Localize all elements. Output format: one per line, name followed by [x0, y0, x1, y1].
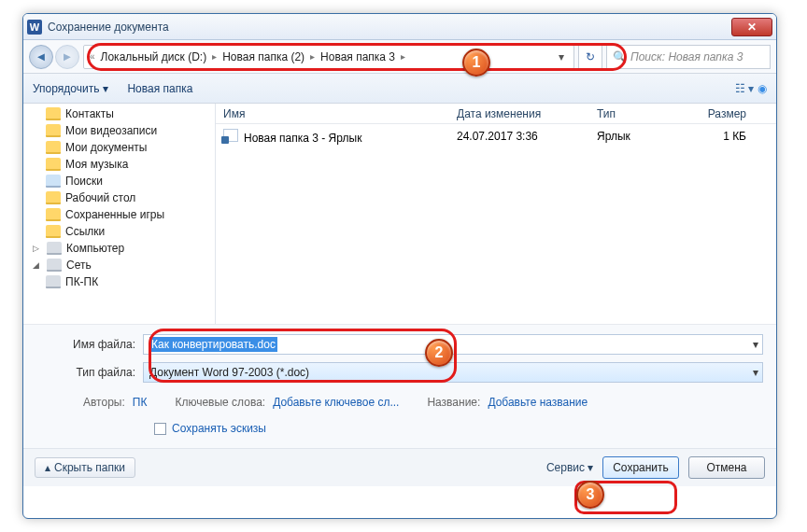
back-button[interactable]: ◄	[29, 45, 53, 69]
search-placeholder: Поиск: Новая папка 3	[630, 50, 743, 63]
sidebar-item[interactable]: Сохраненные игры	[23, 206, 215, 223]
search-input[interactable]: 🔍 Поиск: Новая папка 3	[606, 45, 771, 69]
filename-label: Имя файла:	[36, 338, 143, 351]
bottom-panel: Имя файла: Как конвертировать.doc ▾ Тип …	[23, 324, 776, 448]
computer-icon	[46, 275, 61, 288]
sidebar-item[interactable]: ПК-ПК	[23, 273, 215, 290]
col-name[interactable]: Имя	[216, 107, 449, 120]
close-button[interactable]: ✕	[731, 18, 772, 36]
folder-icon	[46, 208, 61, 221]
chevron-up-icon: ▴	[45, 461, 50, 474]
save-dialog: W Сохранение документа ✕ ◄ ► « Локальный…	[22, 13, 777, 519]
title-label: Название:	[427, 396, 480, 409]
chevron-down-icon[interactable]: ▾	[753, 366, 758, 379]
filetype-label: Тип файла:	[36, 366, 143, 379]
cancel-button[interactable]: Отмена	[688, 456, 765, 479]
search-icon: 🔍	[613, 50, 627, 63]
keywords-value[interactable]: Добавьте ключевое сл...	[273, 396, 399, 409]
filetype-select[interactable]: Документ Word 97-2003 (*.doc) ▾	[143, 362, 763, 383]
sidebar: Контакты Мои видеозаписи Мои документы М…	[23, 104, 216, 324]
folder-icon	[46, 158, 61, 171]
file-list: Имя Дата изменения Тип Размер Новая папк…	[216, 104, 776, 324]
address-dropdown[interactable]: ▾	[553, 50, 570, 63]
column-headers: Имя Дата изменения Тип Размер	[216, 104, 776, 124]
chevron-right-icon: ▸	[399, 51, 407, 62]
annotation-badge-2: 2	[425, 339, 453, 367]
sidebar-item[interactable]: Контакты	[23, 105, 215, 122]
help-button[interactable]: ◉	[757, 82, 767, 95]
folder-icon	[46, 141, 61, 154]
sidebar-item[interactable]: Мои документы	[23, 139, 215, 156]
keywords-label: Ключевые слова:	[175, 396, 265, 409]
navigation-row: ◄ ► « Локальный диск (D:) ▸ Новая папка …	[23, 40, 776, 74]
footer: ▴Скрыть папки Сервис▾ Сохранить Отмена	[23, 448, 776, 486]
chevron-down-icon: ▾	[588, 461, 593, 474]
annotation-badge-3: 3	[576, 481, 604, 509]
sidebar-item[interactable]: Поиски	[23, 173, 215, 189]
col-type[interactable]: Тип	[589, 107, 683, 120]
word-app-icon: W	[27, 20, 42, 35]
computer-icon	[47, 242, 62, 255]
breadcrumb[interactable]: Новая папка 3	[317, 50, 399, 63]
filename-value: Как конвертировать.doc	[149, 337, 277, 352]
close-icon: ✕	[747, 21, 757, 34]
breadcrumb[interactable]: Локальный диск (D:)	[97, 50, 211, 63]
thumbnails-checkbox[interactable]	[154, 423, 166, 435]
thumbnails-label: Сохранять эскизы	[172, 422, 266, 435]
expand-icon[interactable]: ▷	[33, 244, 42, 253]
folder-icon	[46, 191, 61, 204]
chevron-down-icon: ▾	[103, 82, 108, 95]
breadcrumb[interactable]: Новая папка (2)	[219, 50, 308, 63]
chevron-down-icon[interactable]: ▾	[753, 338, 758, 351]
window-title: Сохранение документа	[48, 21, 169, 34]
sidebar-item-computer[interactable]: ▷Компьютер	[23, 240, 215, 257]
title-value[interactable]: Добавьте название	[488, 396, 588, 409]
chevron-right-icon: ▸	[308, 51, 317, 62]
filename-input[interactable]: Как конвертировать.doc ▾	[143, 334, 763, 355]
search-folder-icon	[46, 175, 61, 188]
titlebar: W Сохранение документа ✕	[23, 14, 776, 40]
address-bar[interactable]: « Локальный диск (D:) ▸ Новая папка (2) …	[83, 45, 574, 69]
sidebar-item[interactable]: Мои видеозаписи	[23, 122, 215, 139]
save-button[interactable]: Сохранить	[602, 456, 679, 479]
authors-label: Авторы:	[83, 396, 125, 409]
chevron-left-icon: «	[88, 51, 97, 62]
toolbar: Упорядочить▾ Новая папка ☷ ▾ ◉	[23, 74, 776, 104]
network-icon	[47, 259, 62, 272]
col-size[interactable]: Размер	[683, 107, 754, 120]
chevron-right-icon: ▸	[210, 51, 219, 62]
annotation-badge-1: 1	[462, 49, 490, 77]
sidebar-item[interactable]: Рабочий стол	[23, 189, 215, 206]
sidebar-item[interactable]: Ссылки	[23, 223, 215, 240]
organize-menu[interactable]: Упорядочить▾	[33, 82, 108, 95]
view-mode-button[interactable]: ☷ ▾	[735, 82, 754, 95]
filetype-value: Документ Word 97-2003 (*.doc)	[149, 366, 309, 379]
folder-icon	[46, 124, 61, 137]
collapse-icon[interactable]: ◢	[33, 260, 42, 270]
hide-folders-button[interactable]: ▴Скрыть папки	[35, 457, 135, 478]
content-area: Контакты Мои видеозаписи Мои документы М…	[23, 104, 776, 324]
folder-icon	[46, 107, 61, 120]
new-folder-button[interactable]: Новая папка	[127, 82, 192, 95]
refresh-button[interactable]: ↻	[578, 45, 602, 69]
shortcut-icon	[223, 129, 238, 142]
sidebar-item-network[interactable]: ◢Сеть	[23, 257, 215, 273]
col-date[interactable]: Дата изменения	[449, 107, 589, 120]
metadata-row: Авторы:ПК Ключевые слова:Добавьте ключев…	[36, 390, 763, 418]
service-menu[interactable]: Сервис▾	[546, 461, 593, 474]
file-row[interactable]: Новая папка 3 - Ярлык 24.07.2017 3:36 Яр…	[216, 124, 776, 145]
folder-icon	[46, 225, 61, 238]
forward-button[interactable]: ►	[55, 45, 79, 69]
authors-value[interactable]: ПК	[133, 396, 148, 409]
sidebar-item[interactable]: Моя музыка	[23, 156, 215, 173]
